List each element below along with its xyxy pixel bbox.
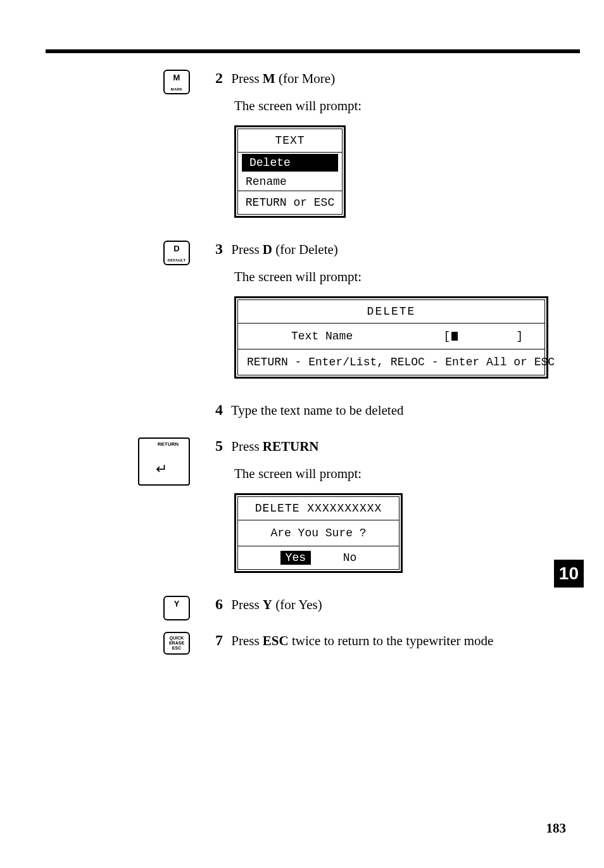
prompt-label: The screen will prompt: [234, 98, 566, 114]
dialog-options: Delete Rename [238, 154, 342, 191]
prompt-label: The screen will prompt: [234, 466, 566, 482]
top-rule [46, 49, 580, 53]
keycap-m: M MARK [163, 70, 190, 94]
keycap-letter: Y [174, 600, 180, 608]
keycap-y: Y [163, 596, 190, 620]
field-label: Text Name [247, 330, 353, 343]
bracket-right: ] [516, 330, 523, 343]
bracket-left: [ [443, 330, 450, 343]
text-menu-dialog: TEXT Delete Rename RETURN or ESC [234, 125, 346, 218]
menu-option-delete: Delete [242, 154, 338, 172]
step-2-row: M MARK 2 Press M (for More) The screen w… [44, 70, 566, 233]
keycap-sublabel: DEFAULT [168, 258, 186, 262]
dialog-title: DELETE XXXXXXXXXX [238, 497, 399, 520]
step-4-row: 4 Type the text name to be deleted [44, 401, 566, 430]
confirm-options: Yes No [238, 546, 399, 569]
confirm-question: Are You Sure ? [238, 520, 399, 546]
prompt-label: The screen will prompt: [234, 269, 566, 285]
step-3-text: 3 Press D (for Delete) [215, 241, 566, 258]
keycap-letter: D [173, 244, 179, 253]
delete-prompt-dialog: DELETE Text Name [] RETURN - Enter/List,… [234, 296, 548, 379]
page-number: 183 [546, 821, 567, 836]
step-5-row: RETURN ↵ 5 Press RETURN The screen will … [44, 437, 566, 588]
step-3-row: D DEFAULT 3 Press D (for Delete) The scr… [44, 241, 566, 394]
manual-page: M MARK 2 Press M (for More) The screen w… [0, 0, 604, 868]
step-6-row: Y 6 Press Y (for Yes) [44, 596, 566, 624]
page-content: M MARK 2 Press M (for More) The screen w… [44, 70, 566, 668]
keycap-sublabel: MARK [171, 87, 183, 91]
confirm-dialog: DELETE XXXXXXXXXX Are You Sure ? Yes No [234, 493, 403, 573]
keycap-d: D DEFAULT [163, 241, 190, 265]
dialog-footer: RETURN - Enter/List, RELOC - Enter All o… [238, 349, 544, 375]
return-arrow-icon: ↵ [156, 462, 167, 476]
keycap-esc: QUICK ERASE ESC [163, 632, 190, 655]
step-7-text: 7 Press ESC twice to return to the typew… [215, 632, 566, 649]
text-cursor [451, 332, 458, 341]
menu-option-rename: Rename [238, 173, 342, 191]
dialog-title: DELETE [238, 300, 544, 324]
step-2-text: 2 Press M (for More) [215, 70, 566, 87]
option-yes: Yes [280, 551, 311, 565]
dialog-footer: RETURN or ESC [238, 191, 342, 214]
step-6-text: 6 Press Y (for Yes) [215, 596, 566, 613]
keycap-return: RETURN ↵ [138, 437, 190, 486]
option-no: No [343, 551, 357, 564]
keycap-label: RETURN [158, 441, 179, 447]
step-5-text: 5 Press RETURN [215, 437, 566, 455]
keycap-letter: M [173, 73, 180, 82]
step-4-text: 4 Type the text name to be deleted [215, 401, 566, 418]
dialog-field-row: Text Name [] [238, 324, 544, 349]
dialog-title: TEXT [238, 129, 342, 153]
section-tab: 10 [554, 560, 584, 588]
step-7-row: QUICK ERASE ESC 7 Press ESC twice to ret… [44, 632, 566, 660]
